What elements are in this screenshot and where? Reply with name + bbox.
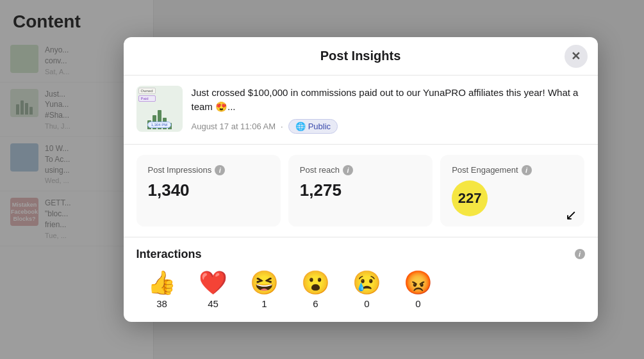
reaction-haha: 😆1 [239,271,290,309]
wow-emoji: 😮 [301,271,330,294]
reaction-wow: 😮6 [290,271,342,309]
metrics-row: Post Impressions i 1,340 Post reach i 1,… [124,145,598,237]
interactions-section: Interactions i 👍38❤️45😆1😮6😢0😡0 [124,237,598,322]
angry-count: 0 [415,298,420,309]
interactions-title: Interactions [136,248,202,261]
modal-title: Post Insights [320,49,401,63]
metric-card-impressions: Post Impressions i 1,340 [136,155,281,227]
angry-emoji: 😡 [404,271,433,294]
post-info: Just crossed $100,000 in commissions pai… [192,86,585,134]
reaction-like: 👍38 [136,271,188,309]
cursor-icon: ↖ [565,207,577,224]
post-text: Just crossed $100,000 in commissions pai… [192,86,585,114]
engagement-info-icon[interactable]: i [522,165,532,175]
visibility-label: Public [308,122,331,131]
love-count: 45 [208,298,219,309]
reach-info-icon[interactable]: i [343,165,353,175]
post-insights-modal: Post Insights ✕ Owned Paid 1,304 PM Just… [124,37,598,322]
metric-label-engagement: Post Engagement i [452,165,573,175]
metric-card-reach: Post reach i 1,275 [288,155,433,227]
impressions-info-icon[interactable]: i [215,165,225,175]
visibility-badge[interactable]: 🌐 Public [288,119,338,134]
metric-card-engagement: Post Engagement i 227 ↖ [440,155,584,227]
reaction-love: ❤️45 [188,271,239,309]
paid-badge: Paid [138,95,156,102]
sad-emoji: 😢 [352,271,381,294]
like-emoji: 👍 [147,271,176,294]
modal-header: Post Insights ✕ [124,37,598,76]
reach-value: 1,275 [300,180,421,200]
metric-label-reach: Post reach i [300,165,421,175]
haha-emoji: 😆 [250,271,279,294]
like-count: 38 [156,298,167,309]
haha-count: 1 [261,298,267,309]
globe-icon: 🌐 [295,122,306,131]
dot-separator: · [281,122,283,131]
reaction-angry: 😡0 [393,271,444,309]
metric-label-impressions: Post Impressions i [148,165,269,175]
love-emoji: ❤️ [199,271,227,294]
sad-count: 0 [364,298,369,309]
post-date: August 17 at 11:06 AM [192,122,276,131]
reaction-sad: 😢0 [342,271,393,309]
post-meta: August 17 at 11:06 AM · 🌐 Public [192,119,585,134]
interactions-header: Interactions i [136,248,585,261]
post-thumbnail: Owned Paid 1,304 PM [136,86,183,132]
reach-badge: 1,304 PM [147,122,172,128]
wow-count: 6 [313,298,318,309]
post-preview: Owned Paid 1,304 PM Just crossed $100,00… [124,76,598,145]
impressions-value: 1,340 [148,180,269,200]
interactions-info-icon[interactable]: i [575,249,585,259]
close-button[interactable]: ✕ [565,45,588,68]
owned-badge: Owned [138,88,156,94]
engagement-value-wrapper: 227 ↖ [452,180,573,216]
engagement-value: 227 [452,180,488,216]
reactions-row: 👍38❤️45😆1😮6😢0😡0 [136,271,585,309]
